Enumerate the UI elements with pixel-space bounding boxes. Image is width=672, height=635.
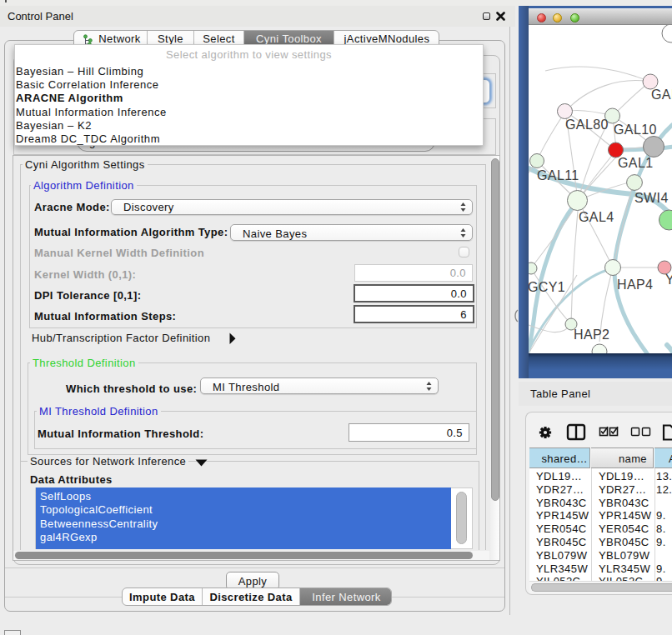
svg-text:GAL10: GAL10 bbox=[614, 122, 657, 137]
svg-text:Y: Y bbox=[665, 272, 672, 287]
svg-text:GAL11: GAL11 bbox=[537, 168, 579, 182]
svg-text:GAL1: GAL1 bbox=[618, 156, 654, 170]
svg-text:GAL80: GAL80 bbox=[565, 118, 609, 132]
svg-text:SWI4: SWI4 bbox=[634, 191, 669, 205]
svg-text:GAL4: GAL4 bbox=[579, 210, 614, 224]
svg-text:HAP2: HAP2 bbox=[574, 328, 609, 342]
svg-text:GCY1: GCY1 bbox=[529, 280, 565, 294]
svg-text:GAL: GAL bbox=[651, 88, 672, 102]
svg-text:HAP4: HAP4 bbox=[617, 278, 653, 292]
